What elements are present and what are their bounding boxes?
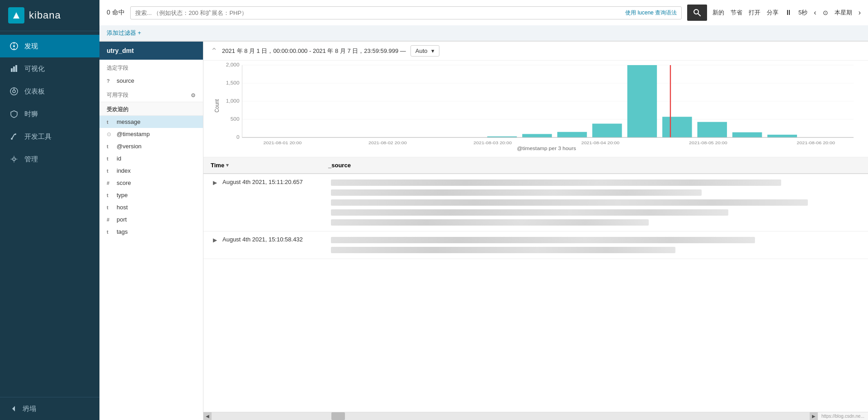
interval-select[interactable]: Auto ▾ — [410, 45, 439, 57]
sidebar-item-management-label: 管理 — [24, 155, 38, 164]
source-line — [331, 219, 649, 226]
interval-btn[interactable]: 5秒 — [798, 9, 807, 17]
svg-text:2021-08-04 20:00: 2021-08-04 20:00 — [581, 141, 620, 145]
svg-text:500: 500 — [231, 117, 240, 122]
svg-rect-8 — [15, 65, 17, 72]
compass-icon — [9, 41, 19, 51]
filter-bar: 添加过滤器 + — [99, 25, 868, 41]
field-panel: utry_dmt 选定字段 ? source 可用字段 ⚙ 受欢迎的 t mes… — [99, 42, 203, 420]
selected-fields-title: 选定字段 — [99, 60, 203, 75]
add-filter-btn[interactable]: 添加过滤器 + — [107, 29, 141, 37]
svg-line-17 — [698, 14, 700, 16]
source-line — [331, 179, 781, 186]
field-index[interactable]: t index — [99, 165, 203, 177]
hit-count: 0 命中 — [107, 9, 125, 17]
sidebar-item-devtools[interactable]: 开发工具 — [0, 125, 99, 148]
sidebar-item-timelion-label: 时狮 — [24, 110, 38, 118]
selected-field-source[interactable]: ? source — [99, 75, 203, 87]
svg-text:2021-08-02 20:00: 2021-08-02 20:00 — [368, 141, 407, 145]
source-line — [331, 209, 728, 216]
scroll-thumb — [331, 412, 345, 420]
bottom-scrollbar: ◀ ▶ https://blog.csdn.ne... — [203, 412, 868, 420]
available-fields-title: 可用字段 ⚙ — [99, 87, 203, 102]
svg-text:1,000: 1,000 — [226, 99, 240, 104]
row-expand-btn[interactable]: ▶ — [211, 236, 219, 244]
svg-rect-33 — [592, 124, 622, 138]
dashboard-icon — [9, 86, 19, 96]
field-version[interactable]: t @version — [99, 140, 203, 152]
watermark: https://blog.csdn.ne... — [818, 414, 868, 419]
date-label[interactable]: 本星期 — [835, 9, 852, 17]
sidebar-collapse-btn[interactable]: 坍塌 — [0, 397, 99, 420]
table-row: ▶ August 4th 2021, 15:10:58.432 — [203, 231, 868, 259]
shield-icon — [9, 109, 19, 119]
table-row: ▶ August 4th 2021, 15:11:20.657 — [203, 174, 868, 231]
nav-right-btn[interactable]: › — [859, 9, 861, 17]
sidebar-item-dashboard[interactable]: 仪表板 — [0, 80, 99, 103]
svg-rect-38 — [767, 135, 797, 137]
sidebar-item-discover[interactable]: 发现 — [0, 35, 99, 57]
open-btn[interactable]: 打开 — [749, 9, 760, 17]
svg-text:@timestamp per 3 hours: @timestamp per 3 hours — [517, 146, 576, 151]
scroll-right-btn[interactable]: ▶ — [810, 412, 818, 420]
source-line — [331, 199, 808, 206]
source-line — [331, 247, 675, 253]
search-button[interactable] — [687, 5, 707, 21]
sidebar: kibana 发现 可视化 — [0, 0, 99, 420]
svg-text:0: 0 — [236, 135, 240, 140]
sidebar-item-timelion[interactable]: 时狮 — [0, 103, 99, 125]
field-message[interactable]: t message — [99, 116, 203, 128]
row-time: August 4th 2021, 15:11:20.657 — [222, 179, 331, 185]
popular-section-label: 受欢迎的 — [99, 102, 203, 116]
search-input[interactable] — [135, 9, 625, 16]
logo-area: kibana — [0, 0, 99, 31]
row-source — [331, 236, 861, 254]
field-host[interactable]: t host — [99, 201, 203, 213]
svg-text:2021-08-01 20:00: 2021-08-01 20:00 — [264, 141, 302, 145]
row-time: August 4th 2021, 15:10:58.432 — [222, 236, 331, 243]
bar-chart-icon — [9, 64, 19, 74]
svg-marker-15 — [12, 406, 15, 411]
field-timestamp[interactable]: ⊙ @timestamp — [99, 128, 203, 140]
source-line — [331, 189, 702, 196]
sidebar-item-devtools-label: 开发工具 — [24, 132, 52, 141]
field-id[interactable]: t id — [99, 152, 203, 165]
svg-text:1,500: 1,500 — [226, 80, 240, 85]
svg-rect-36 — [698, 122, 727, 137]
scroll-left-btn[interactable]: ◀ — [203, 412, 212, 420]
field-type[interactable]: t type — [99, 189, 203, 201]
nav-left-btn[interactable]: ‹ — [814, 9, 816, 17]
chart-collapse-arrow[interactable]: ⌃ — [211, 46, 217, 56]
row-expand-btn[interactable]: ▶ — [211, 179, 219, 187]
results-table: Time ▾ _source ▶ August 4th 2021, 15:11:… — [203, 157, 868, 412]
sidebar-item-visualize[interactable]: 可视化 — [0, 57, 99, 80]
sidebar-item-dashboard-label: 仪表板 — [24, 87, 45, 96]
histogram-chart: Count 2,000 1,500 1,000 500 0 — [212, 61, 859, 151]
row-source — [331, 179, 861, 227]
new-btn[interactable]: 新的 — [712, 9, 724, 17]
field-port[interactable]: # port — [99, 213, 203, 226]
save-btn[interactable]: 节省 — [731, 9, 742, 17]
body-layout: utry_dmt 选定字段 ? source 可用字段 ⚙ 受欢迎的 t mes… — [99, 42, 868, 420]
main-content: 0 命中 使用 lucene 查询语法 新的 节省 打开 分享 ⏸ 5秒 ‹ — [99, 0, 868, 420]
index-name[interactable]: utry_dmt — [99, 42, 203, 60]
svg-rect-31 — [522, 134, 552, 137]
col-source-header: _source — [328, 162, 861, 169]
field-score[interactable]: # score — [99, 177, 203, 189]
lucene-link[interactable]: 使用 lucene 查询语法 — [625, 9, 677, 17]
svg-text:2021-08-03 20:00: 2021-08-03 20:00 — [473, 141, 512, 145]
sidebar-collapse-label: 坍塌 — [23, 405, 36, 413]
sidebar-item-management[interactable]: 管理 — [0, 148, 99, 170]
svg-rect-34 — [627, 65, 657, 137]
scroll-track[interactable] — [212, 412, 810, 420]
svg-rect-32 — [557, 132, 587, 137]
pause-btn[interactable]: ⏸ — [785, 9, 792, 17]
field-tags[interactable]: t tags — [99, 226, 203, 238]
date-range-text: 2021 年 8 月 1 日，00:00:00.000 - 2021 年 8 月… — [222, 47, 406, 55]
fields-gear-icon[interactable]: ⚙ — [191, 92, 196, 99]
share-btn[interactable]: 分享 — [767, 9, 778, 17]
calendar-icon: ⊙ — [823, 9, 828, 16]
header-area: 0 命中 使用 lucene 查询语法 新的 节省 打开 分享 ⏸ 5秒 ‹ — [99, 0, 868, 42]
svg-point-14 — [13, 158, 15, 160]
chart-area: Count 2,000 1,500 1,000 500 0 — [203, 61, 868, 157]
